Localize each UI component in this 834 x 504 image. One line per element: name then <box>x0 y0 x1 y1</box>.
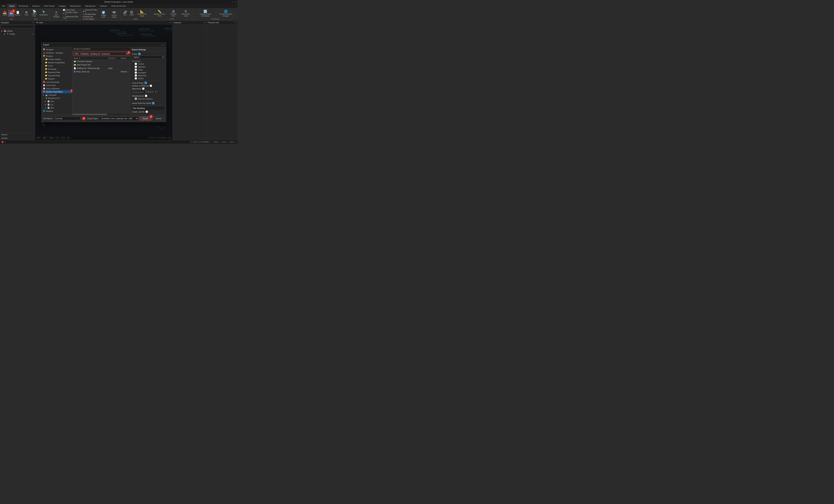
col-version[interactable]: Version <box>119 57 130 60</box>
view-canvas[interactable]: REF_Point7 E: -2.0001m N: 47.7548m REF_P… <box>35 24 173 140</box>
view-close[interactable]: ✕ <box>170 21 171 24</box>
dronexyz-button[interactable]: 🚁 DroneXYZ Tiles ▾ <box>82 9 98 13</box>
tree-imported-data[interactable]: 📁 Imported Data <box>42 74 72 77</box>
tree-leica-conx[interactable]: 📋 Leica ConX <box>42 84 72 87</box>
compute-point-button[interactable]: ⊞ Compute Point <box>168 9 179 17</box>
points-visibility-icon[interactable]: 👁 <box>32 33 34 35</box>
tab-home[interactable]: Home <box>7 4 17 8</box>
averaged-checkbox[interactable] <box>135 71 137 74</box>
tab-processing[interactable]: Processing <box>17 4 30 8</box>
get-feature-button[interactable]: 📌 Get Feature <box>82 18 98 20</box>
measure-point-button[interactable]: 📏 Measure Point to Point <box>151 9 168 17</box>
status-none[interactable]: None <box>230 141 234 143</box>
output-type-select[interactable]: SmartWorx Viva, Captivate Job - DBX <box>99 116 138 120</box>
control-checkbox[interactable] <box>135 63 137 65</box>
shift-rotate-button[interactable]: ↻ Shift Rotate, Scale <box>179 9 193 17</box>
lines-areas-checkbox[interactable] <box>145 82 147 84</box>
col-name[interactable]: Name ▼ <box>72 57 107 60</box>
thematic-codes-button[interactable]: 🏷 Thematic Codes ▾ <box>62 11 80 15</box>
export-scrollbar[interactable] <box>72 113 130 115</box>
tree-reports[interactable]: 📁 Reports <box>42 77 72 80</box>
file-name-input[interactable] <box>54 117 81 120</box>
win-close[interactable]: ✕ <box>234 1 237 3</box>
status-chevron-none[interactable]: ▾ <box>235 141 236 143</box>
file-row-road-zip[interactable]: 🗜Road_Stock.zip Archive <box>72 70 130 73</box>
tree-r-drive[interactable]: ▶ 💾 (R:\) <box>42 106 72 109</box>
col-format[interactable]: Format ▼ <box>107 57 119 60</box>
tree-project-folders[interactable]: ▼ 📁 Project Folders <box>42 58 72 61</box>
tree-bentley-pw-sub[interactable]: 📁 Bentley ProjectWise <box>42 61 72 64</box>
tree-windows-c[interactable]: 🖥 Windows (C:\) <box>42 96 72 100</box>
tree-conx[interactable]: 📁 ConX <box>42 64 72 67</box>
layer-manager-button[interactable]: ≡ Layer Manager <box>51 10 62 18</box>
infrastructures-checkbox[interactable] <box>145 95 147 97</box>
clip-basemap-button[interactable]: ✂ Clip Base Map <box>82 13 98 15</box>
georeference-button[interactable]: 📐 Georeference Image <box>135 9 149 17</box>
inspector-close[interactable]: ✕ <box>204 21 205 24</box>
referenced-files-button[interactable]: 📎 Referenced Files ▾ <box>62 16 80 20</box>
station-button[interactable]: 📡 Station New <box>30 9 39 17</box>
tree-computer[interactable]: ▶ 💻 Computer <box>42 93 72 96</box>
tree-hexagon[interactable]: 📦 Hexagon <box>42 48 72 51</box>
navigator-close[interactable]: ✕ <box>32 21 34 24</box>
tree-i-drive[interactable]: ▶ 💾 (I:\) <box>42 103 72 106</box>
tree-library[interactable]: ▶ 📚 Library <box>1 29 34 32</box>
tab-imaging[interactable]: Imaging <box>57 4 68 8</box>
cancel-dialog-button[interactable]: Cancel <box>153 116 164 120</box>
tree-exported-data[interactable]: 📁 Exported Data <box>42 71 72 74</box>
status-expand-icon[interactable]: ⤢ <box>212 141 213 143</box>
tree-leica-jetstream[interactable]: 📋 Leica JetStream <box>42 87 72 90</box>
survey-data-button[interactable]: 📊 Survey Data <box>62 9 80 11</box>
tree-h-drive[interactable]: ▶ 💾 (H:\) <box>42 100 72 103</box>
observation-button[interactable]: 🔭 Observation <box>39 10 48 16</box>
win-minimize[interactable]: ─ <box>229 1 231 3</box>
surface-dtm-checkbox[interactable] <box>150 85 152 87</box>
to-road-job-select[interactable]: To Road Job <box>144 90 157 93</box>
tree-leica-exchange[interactable]: 🔴 Leica Exchange <box>42 80 72 84</box>
status-gons[interactable]: Gons <box>222 141 226 143</box>
tab-point-clouds[interactable]: Point Clouds <box>42 4 57 8</box>
google-earth-button[interactable]: 🌍 Google Earth <box>98 11 108 19</box>
win-maximize[interactable]: □ <box>232 1 234 3</box>
import-button[interactable]: 📥 Import <box>2 10 8 16</box>
tree-bentley-pw[interactable]: 🔴 Bentley ProjectWise 2 <box>42 90 72 93</box>
export-breadcrumb[interactable]: 4927 - Parklands - Building 1A - Extensi… <box>73 52 129 56</box>
file-row-concrete-columns[interactable]: 📁Concrete Columns <box>72 60 130 63</box>
tree-dropbox[interactable]: 📦 Dropbox <box>42 54 72 58</box>
points-checkbox[interactable] <box>138 53 140 55</box>
file-row-new-project[interactable]: 📁New Project 325 <box>72 63 130 67</box>
status-chevron-gons[interactable]: ▾ <box>227 141 228 143</box>
tab-features[interactable]: Features <box>98 4 109 8</box>
nav-archive[interactable]: Archive <box>0 136 35 140</box>
adjusted-checkbox[interactable] <box>135 66 137 68</box>
status-meter[interactable]: Meter <box>214 141 219 143</box>
file-row-building-dgn[interactable]: 📄Building 1A - Extension.dgn DGN <box>72 67 130 70</box>
setup-checkbox[interactable] <box>135 69 137 71</box>
dialog-close-icon[interactable]: ✕ <box>163 44 164 46</box>
coord-system-button[interactable]: 🌐 Coordinate System Manager <box>216 9 236 17</box>
tab-surfaces[interactable]: Surfaces <box>30 4 42 8</box>
unlink-button[interactable]: ⛓ Unlink <box>129 10 135 16</box>
tab-infrastructure[interactable]: Infrastructure <box>68 4 83 8</box>
tab-adjustments[interactable]: Adjustments <box>83 4 98 8</box>
status-chevron-meter[interactable]: ▾ <box>220 141 221 143</box>
measured-checkbox[interactable] <box>135 74 137 76</box>
nav-source[interactable]: Source <box>0 133 35 136</box>
geoid-checkbox[interactable] <box>152 102 154 104</box>
tree-onedrive[interactable]: ☁ OneDrive - Hexagon <box>42 51 72 54</box>
export-button[interactable]: 📤 Export 1 <box>8 10 14 17</box>
others-checkbox[interactable] <box>135 77 137 80</box>
link-button[interactable]: 🔗 Link <box>122 10 128 16</box>
tab-file[interactable]: File <box>0 4 7 8</box>
point-button[interactable]: ⊕ Point <box>23 10 29 16</box>
alignments-checkbox[interactable] <box>142 88 145 90</box>
reports-button[interactable]: 📋 Reports <box>15 10 21 16</box>
feature-info-button[interactable]: ℹ Feature Info <box>82 16 98 18</box>
tree-network[interactable]: 🌐 Network <box>42 109 72 113</box>
quality-select[interactable]: Highest <box>132 56 164 59</box>
dialog-minimize-icon[interactable]: □ <box>161 44 162 46</box>
tree-exchange[interactable]: 📁 Exchange <box>42 67 72 71</box>
tree-points[interactable]: ▶ 📍 Points 👁 <box>1 32 34 36</box>
compute-project-button[interactable]: 🔢 Compute Project Coordinates <box>195 9 215 17</box>
arcgis-online-button[interactable]: 🗺 ArcGIS Online <box>109 11 119 19</box>
